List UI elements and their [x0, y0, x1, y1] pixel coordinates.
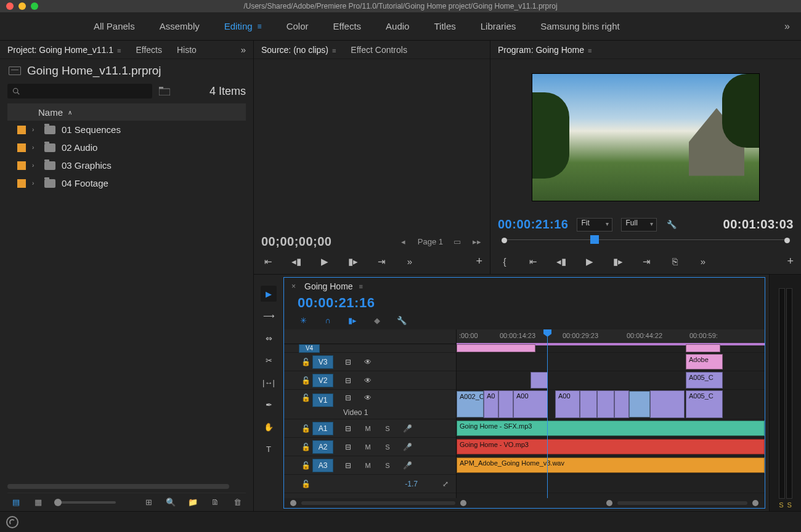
sync-lock-icon[interactable]: ⊟	[343, 461, 353, 470]
disclosure-arrow-icon[interactable]: ›	[32, 162, 38, 169]
thumbnail-zoom-slider[interactable]	[54, 501, 116, 504]
go-to-in-icon[interactable]: ⇤	[526, 256, 540, 267]
workspace-tab-editing[interactable]: Editing	[224, 21, 253, 31]
step-forward-icon[interactable]: ▮▸	[611, 256, 625, 267]
audio-clip[interactable]: Going Home - SFX.mp3	[457, 421, 765, 436]
timeline-ruler[interactable]: :00:00 00:00:14:23 00:00:29:23 00:00:44:…	[457, 329, 765, 344]
solo-left-icon[interactable]: S	[779, 501, 783, 509]
clip[interactable]	[614, 390, 629, 418]
v1-track-header[interactable]: 🔓 V1 ⊟👁 Video 1	[284, 390, 456, 419]
project-search-input[interactable]	[7, 84, 152, 99]
v3-track[interactable]: Adobe	[457, 353, 765, 371]
workspace-overflow-icon[interactable]: »	[784, 21, 790, 32]
workspace-tab-custom[interactable]: Samsung bins right	[540, 21, 619, 31]
audio-clip[interactable]: Going Home - VO.mp3	[457, 439, 765, 454]
disclosure-arrow-icon[interactable]: ›	[32, 180, 38, 187]
bin-row[interactable]: › 03 Graphics	[7, 156, 246, 174]
track-select-tool-icon[interactable]: ⟶	[261, 308, 277, 324]
program-monitor-canvas[interactable]	[532, 73, 760, 201]
meter-channels[interactable]	[779, 288, 792, 499]
timeline-clip-area[interactable]: :00:00 00:00:14:23 00:00:29:23 00:00:44:…	[457, 329, 765, 498]
disclosure-arrow-icon[interactable]: ›	[32, 126, 38, 133]
toggle-track-output-icon[interactable]: 👁	[363, 393, 373, 402]
more-transport-icon[interactable]: »	[403, 256, 417, 267]
workspace-tab-libraries[interactable]: Libraries	[481, 21, 516, 31]
clip[interactable]: A0	[484, 390, 498, 418]
timeline-zoom-scrollbar[interactable]	[284, 498, 765, 508]
v1-track[interactable]: A002_C A0 A00 A00 A005_C	[457, 390, 765, 419]
expand-icon[interactable]: ⤢	[442, 480, 449, 488]
prev-page-icon[interactable]: ◂	[398, 237, 409, 246]
timeline-timecode[interactable]: 00:00:21:16	[298, 295, 375, 311]
workspace-tab-assembly[interactable]: Assembly	[160, 21, 200, 31]
a2-track[interactable]: Going Home - VO.mp3	[457, 438, 765, 456]
master-db-value[interactable]: -1.7	[405, 480, 442, 488]
panel-overflow-icon[interactable]: »	[241, 44, 246, 55]
effects-tab[interactable]: Effects	[136, 45, 162, 55]
solo-icon[interactable]: S	[383, 425, 392, 432]
clip[interactable]: A005_C	[686, 372, 723, 389]
sequence-name[interactable]: Going Home	[304, 281, 353, 291]
workspace-tab-audio[interactable]: Audio	[386, 21, 409, 31]
disclosure-arrow-icon[interactable]: ›	[32, 144, 38, 151]
mark-in-icon[interactable]: ⇤	[261, 256, 275, 267]
razor-tool-icon[interactable]: ✂	[261, 352, 277, 368]
minimize-window-button[interactable]	[18, 2, 26, 10]
lock-icon[interactable]: 🔓	[299, 376, 312, 385]
v3-badge[interactable]: V3	[312, 355, 333, 369]
v4-track-header[interactable]: V4	[284, 344, 456, 353]
program-scrub-bar[interactable]	[498, 236, 794, 244]
workspace-tab-all-panels[interactable]: All Panels	[94, 21, 135, 31]
mark-in-icon[interactable]: {	[498, 256, 511, 267]
lock-icon[interactable]: 🔓	[299, 480, 312, 488]
page-input-icon[interactable]: ▭	[452, 237, 463, 246]
voiceover-record-icon[interactable]: 🎤	[402, 461, 412, 470]
program-timecode-in[interactable]: 00:00:21:16	[498, 217, 568, 232]
voiceover-record-icon[interactable]: 🎤	[402, 424, 412, 433]
a1-badge[interactable]: A1	[312, 422, 333, 435]
clip[interactable]: A005_C	[686, 390, 723, 418]
a3-badge[interactable]: A3	[312, 459, 333, 472]
workspace-menu-icon[interactable]: ≡	[258, 22, 262, 31]
hand-tool-icon[interactable]: ✋	[261, 419, 277, 435]
play-icon[interactable]: ▶	[318, 256, 331, 267]
a3-track-header[interactable]: 🔓 A3 ⊟MS🎤	[284, 456, 456, 475]
source-timecode[interactable]: 00;00;00;00	[261, 235, 331, 249]
freeform-view-icon[interactable]: ⊞	[142, 496, 155, 509]
mark-out-icon[interactable]: ⇥	[375, 256, 388, 267]
workspace-tab-titles[interactable]: Titles	[434, 21, 455, 31]
playhead[interactable]	[547, 329, 548, 498]
source-tab[interactable]: Source: (no clips)≡	[261, 45, 336, 55]
audio-clip[interactable]: APM_Adobe_Going Home_v3.wav	[457, 457, 765, 473]
v1-badge[interactable]: V1	[312, 393, 333, 407]
sync-lock-icon[interactable]: ⊟	[343, 443, 353, 451]
v4-badge[interactable]: V4	[299, 344, 320, 353]
resolution-select[interactable]: Full	[621, 218, 657, 232]
snap-icon[interactable]: ✳	[298, 315, 309, 326]
sync-lock-icon[interactable]: ⊟	[343, 358, 353, 366]
next-page-icon[interactable]: ▸▸	[471, 237, 482, 246]
clip[interactable]	[686, 344, 720, 352]
lock-icon[interactable]: 🔓	[299, 443, 312, 451]
master-track-header[interactable]: 🔓 -1.7 ⤢	[284, 475, 456, 493]
clip[interactable]	[531, 372, 548, 389]
new-bin-icon[interactable]	[158, 85, 171, 97]
play-icon[interactable]: ▶	[583, 256, 596, 267]
solo-icon[interactable]: S	[383, 462, 392, 469]
clip[interactable]: Adobe	[686, 354, 723, 369]
effect-controls-tab[interactable]: Effect Controls	[351, 45, 407, 55]
sequence-menu-icon[interactable]: ≡	[359, 283, 363, 290]
project-column-header[interactable]: Name ∧	[7, 103, 246, 121]
zoom-fit-select[interactable]: Fit	[577, 218, 612, 232]
a1-track[interactable]: Going Home - SFX.mp3	[457, 419, 765, 438]
button-editor-icon[interactable]: +	[476, 255, 482, 268]
creative-cloud-icon[interactable]	[6, 516, 18, 528]
a2-track-header[interactable]: 🔓 A2 ⊟MS🎤	[284, 438, 456, 456]
lift-icon[interactable]: ⎘	[668, 256, 681, 267]
mute-icon[interactable]: M	[363, 425, 373, 432]
find-icon[interactable]: 🔍	[165, 496, 177, 509]
go-to-out-icon[interactable]: ⇥	[640, 256, 653, 267]
master-track[interactable]	[457, 475, 765, 493]
step-forward-icon[interactable]: ▮▸	[346, 256, 360, 267]
voiceover-record-icon[interactable]: 🎤	[402, 443, 412, 451]
